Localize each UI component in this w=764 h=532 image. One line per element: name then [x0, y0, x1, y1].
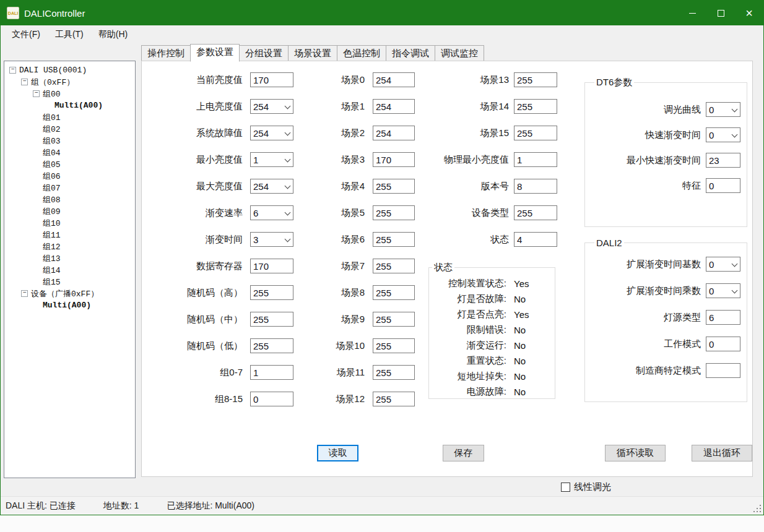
fade-rate-select[interactable]: 6: [250, 205, 293, 220]
tree-expander-icon[interactable]: [33, 90, 40, 97]
power-on-level-select[interactable]: 254: [250, 99, 293, 114]
maximize-icon: [718, 10, 724, 17]
status-value-input[interactable]: 4: [514, 232, 557, 247]
ext-fade-time-base-select[interactable]: 0: [706, 257, 740, 272]
fade-time-select[interactable]: 3: [250, 232, 293, 247]
tree-group-15[interactable]: 组15: [4, 276, 135, 288]
tree-group-10[interactable]: 组10: [4, 217, 135, 229]
statusbar-selected-address: 已选择地址: Multi(A00): [167, 500, 254, 512]
physical-min-level-input[interactable]: 1: [514, 152, 557, 167]
tree-expander-icon[interactable]: [21, 290, 28, 297]
tree-group-01[interactable]: 组01: [4, 111, 135, 123]
app-icon: DALI: [7, 7, 19, 19]
dimming-curve-select[interactable]: 0: [706, 102, 740, 117]
current-level-input[interactable]: 170: [250, 72, 293, 87]
menu-help[interactable]: 帮助(H): [91, 27, 135, 43]
power-on-level: 上电亮度值 254: [148, 99, 293, 114]
resize-grip-icon[interactable]: [753, 504, 761, 512]
tree-group-09[interactable]: 组09: [4, 205, 135, 217]
scene-9-input[interactable]: 255: [373, 312, 415, 327]
group-8-15-input[interactable]: 0: [250, 392, 293, 406]
fast-fade-time-select[interactable]: 0: [706, 127, 740, 142]
save-button[interactable]: 保存: [443, 445, 484, 461]
group-0-7-input[interactable]: 1: [250, 365, 293, 380]
tree-group-12[interactable]: 组12: [4, 241, 135, 252]
random-code-high-input[interactable]: 255: [250, 285, 293, 300]
scene-13-input[interactable]: 255: [514, 72, 557, 87]
tree-group-08[interactable]: 组08: [4, 194, 135, 205]
scene-11-input[interactable]: 255: [373, 365, 415, 380]
tree-group-03[interactable]: 组03: [4, 135, 135, 147]
max-level-select[interactable]: 254: [250, 179, 293, 194]
scene-1-input[interactable]: 254: [373, 99, 415, 114]
tree-group-04[interactable]: 组04: [4, 147, 135, 158]
scene-5-input[interactable]: 255: [373, 205, 415, 220]
min-level-select[interactable]: 1: [250, 152, 293, 167]
read-button[interactable]: 读取: [317, 445, 358, 461]
scene-3-input[interactable]: 170: [373, 152, 415, 167]
device-tree[interactable]: DALI USB(0001) 组（0xFF） 组00 Multi(A00) 组0…: [4, 61, 136, 478]
dt6-group-title: DT6参数: [594, 77, 634, 88]
scene-15-input[interactable]: 255: [514, 126, 557, 140]
scene-4-input[interactable]: 255: [373, 179, 415, 194]
tab-parameter-settings[interactable]: 参数设置: [190, 44, 240, 62]
data-register-input[interactable]: 170: [250, 259, 293, 273]
scene-12: 场景12 255: [290, 392, 415, 406]
close-button[interactable]: ×: [735, 1, 763, 25]
status-value: 状态 4: [432, 232, 557, 247]
system-failure-level-select[interactable]: 254: [250, 126, 293, 140]
loop-read-button[interactable]: 循环读取: [605, 445, 666, 461]
tab-operation-control[interactable]: 操作控制: [141, 45, 191, 61]
tab-debug-monitor[interactable]: 调试监控: [435, 45, 484, 61]
features-input[interactable]: 0: [706, 178, 740, 193]
random-code-mid-input[interactable]: 255: [250, 312, 293, 327]
tree-group-07[interactable]: 组07: [4, 182, 135, 194]
tree-group-14[interactable]: 组14: [4, 264, 135, 276]
version-number-input[interactable]: 8: [514, 179, 557, 194]
scene-13: 场景13 255: [432, 72, 557, 87]
tree-dali-usb[interactable]: DALI USB(0001): [4, 64, 135, 76]
operating-mode-input[interactable]: 0: [706, 337, 740, 351]
scene-12-input[interactable]: 255: [373, 392, 415, 406]
app-window: DALI DALIController × 文件(F)工具(T)帮助(H) 操作…: [0, 0, 764, 515]
tree-device-multi-a00[interactable]: Multi(A00): [4, 299, 135, 311]
minimize-button[interactable]: [678, 1, 706, 25]
scene-8-input[interactable]: 255: [373, 285, 415, 300]
tab-color-temp-control[interactable]: 色温控制: [337, 45, 386, 61]
tree-multi-a00[interactable]: Multi(A00): [4, 100, 135, 111]
menu-file[interactable]: 文件(F): [4, 27, 48, 43]
chevron-down-icon: [732, 107, 737, 112]
menu-tools[interactable]: 工具(T): [48, 27, 91, 43]
tree-group-0xff[interactable]: 组（0xFF）: [4, 76, 135, 88]
version-number: 版本号 8: [432, 179, 557, 194]
exit-loop-button[interactable]: 退出循环: [692, 445, 752, 461]
tab-scene-settings[interactable]: 场景设置: [288, 45, 337, 61]
manufacturer-specific-mode-input[interactable]: [706, 363, 740, 378]
tree-expander-icon[interactable]: [9, 67, 16, 74]
scene-6-input[interactable]: 255: [373, 232, 415, 247]
tree-group-05[interactable]: 组05: [4, 158, 135, 170]
tree-device-broadcast[interactable]: 设备（广播0xFF）: [4, 288, 135, 299]
tree-group-11[interactable]: 组11: [4, 229, 135, 241]
tree-group-13[interactable]: 组13: [4, 252, 135, 264]
maximize-button[interactable]: [706, 1, 735, 25]
light-source-type-input[interactable]: 6: [706, 310, 740, 325]
tree-expander-icon[interactable]: [21, 79, 28, 85]
min-fast-fade-time-input[interactable]: 23: [706, 153, 740, 168]
scene-0-input[interactable]: 254: [373, 72, 415, 87]
tab-group-settings[interactable]: 分组设置: [239, 45, 289, 61]
linear-dimming-checkbox[interactable]: 线性调光: [561, 481, 611, 493]
random-code-low-input[interactable]: 255: [250, 338, 293, 353]
scene-10-input[interactable]: 255: [373, 338, 415, 353]
tree-group-02[interactable]: 组02: [4, 123, 135, 135]
tab-command-debug[interactable]: 指令调试: [386, 45, 435, 61]
tree-group-06[interactable]: 组06: [4, 170, 135, 182]
checkbox-icon[interactable]: [561, 483, 570, 492]
device-type-input[interactable]: 255: [514, 205, 557, 220]
scene-14-input[interactable]: 255: [514, 99, 557, 114]
chevron-down-icon: [285, 237, 290, 242]
scene-2-input[interactable]: 254: [373, 126, 415, 140]
tree-group-00[interactable]: 组00: [4, 88, 135, 100]
ext-fade-time-multiplier-select[interactable]: 0: [706, 283, 740, 298]
scene-7-input[interactable]: 255: [373, 259, 415, 273]
